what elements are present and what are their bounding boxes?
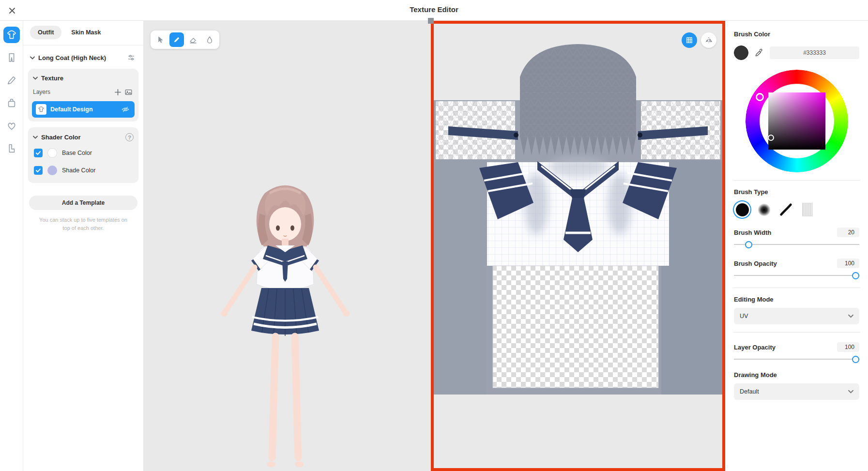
shirt-icon [38,106,45,113]
check-icon [35,167,41,173]
base-color-row: Base Color [32,144,135,162]
template-helper-text: You can stack up to five templates on to… [23,216,143,232]
pants-icon [6,52,17,63]
brush-opacity-value[interactable]: 100 [837,258,859,268]
eyedropper-tool-button[interactable] [202,32,217,47]
rail-item-paint[interactable] [3,72,20,89]
layer-opacity-row: Layer Opacity 100 [734,342,859,352]
item-settings-button[interactable] [126,52,137,63]
plus-icon [114,89,122,96]
shader-help-button[interactable]: ? [125,133,134,141]
layer-opacity-value[interactable]: 100 [837,342,859,352]
pen-icon [172,35,181,44]
layer-opacity-slider[interactable] [734,355,859,364]
texture-section-title: Texture [41,75,63,82]
brush-width-slider[interactable] [734,240,859,249]
divider [733,332,860,333]
brush-width-thumb[interactable] [745,241,752,248]
color-wheel [746,70,848,172]
texture-canvas-panel[interactable] [431,21,725,471]
chevron-down-icon [848,390,853,394]
editing-mode-select[interactable]: UV [734,308,859,324]
saturation-value-square[interactable] [768,92,825,150]
brush-type-stroke[interactable] [777,201,794,218]
import-image-button[interactable] [123,87,134,97]
sv-cursor[interactable] [768,135,774,141]
layers-label: Layers [33,89,50,95]
boot-icon [6,143,17,154]
outfit-item-row[interactable]: Long Coat (High Neck) [23,46,143,68]
helper-line-1: You can stack up to five templates on [23,216,143,224]
layers-row: Layers [32,85,135,101]
rail-item-bottoms[interactable] [3,49,20,66]
divider [733,180,860,181]
base-color-swatch[interactable] [47,148,57,158]
brush-color-hex-field[interactable]: #333333 [770,46,859,59]
texture-section-header[interactable]: Texture [32,73,135,85]
chevron-down-icon [30,56,35,60]
brush-type-soft[interactable] [756,201,772,218]
brush-type-texture[interactable] [799,201,816,218]
image-icon [124,88,133,96]
brush-type-label: Brush Type [734,188,859,196]
helper-line-2: top of each other. [23,224,143,232]
cursor-icon [156,35,165,44]
chevron-down-icon [33,136,38,139]
brush-color-row: #333333 [734,46,859,60]
add-template-button[interactable]: Add a Template [29,196,137,210]
grid-icon [685,36,694,45]
stroke-brush-icon [778,202,793,217]
hue-ring-cursor[interactable] [756,93,764,101]
brush-color-swatch[interactable] [734,46,748,60]
brush-type-row [734,201,859,218]
rail-item-shoes[interactable] [3,140,20,157]
category-rail [0,21,23,471]
panel-splitter-handle[interactable] [428,18,434,24]
model-viewport[interactable] [144,21,431,471]
uv-texture-canvas[interactable] [434,24,722,468]
chevron-down-icon [848,314,853,318]
check-icon [35,150,41,156]
layer-visibility-button[interactable] [120,104,131,115]
eraser-tool-button[interactable] [186,32,200,47]
base-color-checkbox[interactable] [34,149,43,157]
tab-outfit[interactable]: Outfit [30,26,61,39]
brush-type-hard[interactable] [734,201,750,218]
add-layer-button[interactable] [112,87,123,97]
bag-icon [6,98,17,108]
grid-toggle-button[interactable] [682,32,697,48]
brush-width-value[interactable]: 20 [837,228,859,237]
layer-opacity-thumb[interactable] [852,356,859,363]
drawing-mode-value: Default [740,388,759,395]
shader-section-header[interactable]: Shader Color ? [32,131,135,144]
mirror-toggle-button[interactable] [701,32,716,48]
divider [733,288,860,288]
shade-color-swatch[interactable] [47,166,57,175]
editing-mode-value: UV [740,313,748,319]
eyedropper-icon[interactable] [754,48,764,58]
base-color-label: Base Color [62,150,92,156]
pen-icon [6,75,17,86]
brush-width-label: Brush Width [734,229,771,236]
layer-default-design[interactable]: Default Design [32,101,135,118]
mirror-icon [704,36,713,45]
select-tool-button[interactable] [153,32,168,47]
brush-settings-panel: Brush Color #333333 Brush Type [725,21,868,471]
pen-tool-button[interactable] [169,32,184,47]
brush-opacity-slider[interactable] [734,271,859,280]
rail-item-accessories[interactable] [3,118,20,134]
shirt-icon [6,30,17,40]
rail-item-tops[interactable] [3,27,20,43]
drawing-mode-select[interactable]: Default [734,383,859,400]
layer-name: Default Design [50,106,93,113]
shade-color-checkbox[interactable] [34,166,43,175]
tab-skin-mask[interactable]: Skin Mask [71,29,101,36]
shade-color-label: Shade Color [62,167,96,174]
brush-opacity-thumb[interactable] [852,272,859,279]
paint-toolbar [151,30,219,49]
eye-off-icon [121,105,130,114]
shade-color-row: Shade Color [32,162,135,179]
eraser-icon [189,35,198,44]
drawing-mode-label: Drawing Mode [734,371,859,379]
rail-item-socks[interactable] [3,95,20,111]
